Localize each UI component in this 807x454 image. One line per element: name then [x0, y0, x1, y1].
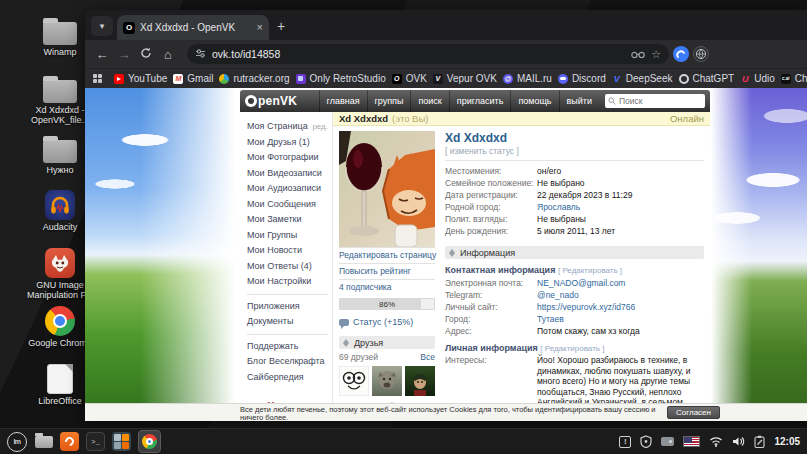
- sidebar-item-blog[interactable]: Блог Веселкрафта: [247, 354, 328, 370]
- taskbar-chrome-active[interactable]: [138, 430, 161, 453]
- sidebar-item-apps[interactable]: Приложения: [247, 299, 328, 315]
- bookmark-retrostudio[interactable]: Only RetroStudio: [296, 73, 386, 84]
- sidebar-item-answers[interactable]: Мои Ответы (4): [247, 259, 328, 275]
- site-settings-icon[interactable]: [195, 45, 206, 63]
- privacy-policy-link[interactable]: политикой конфиденциальности: [321, 421, 434, 422]
- extension-blue-icon[interactable]: [673, 46, 689, 62]
- active-tab[interactable]: O Xd Xdxdxd - OpenVK ×: [117, 15, 269, 40]
- taskbar-file-manager[interactable]: [34, 432, 53, 451]
- sidebar-item-photos[interactable]: Мои Фотографии: [247, 150, 328, 166]
- tab-strip: ▾ O Xd Xdxdxd - OpenVK × +: [85, 10, 807, 40]
- raise-rating-link[interactable]: Повысить рейтинг: [339, 263, 435, 279]
- bookmark-youtube[interactable]: YouTube: [114, 73, 167, 84]
- desktop: Winamp Xd Xdxdxd - OpenVK_file... Нужно …: [0, 0, 807, 454]
- reload-button[interactable]: [137, 47, 155, 62]
- profile-left-column: Редактировать страницу Повысить рейтинг …: [339, 131, 435, 421]
- detail-row: Дата регистрации:22 декабря 2023 в 11:29: [445, 189, 704, 201]
- nav-search[interactable]: поиск: [410, 90, 448, 112]
- bookmark-discord[interactable]: Discord: [558, 73, 606, 84]
- edit-personal-link[interactable]: [ Редактировать ]: [540, 344, 604, 353]
- sidebar-item-support[interactable]: Поддержать: [247, 339, 328, 355]
- nav-groups[interactable]: группы: [367, 90, 411, 112]
- cookie-agree-button[interactable]: Согласен: [667, 406, 720, 419]
- information-section-header[interactable]: Информация: [445, 246, 704, 259]
- edit-page-link[interactable]: Редактировать страницу: [339, 247, 435, 263]
- url-text[interactable]: ovk.to/id14858: [212, 48, 625, 60]
- forward-button[interactable]: →: [115, 47, 133, 62]
- openvk-search-box[interactable]: [605, 94, 705, 108]
- bookmark-mailru[interactable]: @MAIL.ru: [503, 73, 552, 84]
- apps-grid-icon[interactable]: [93, 74, 102, 83]
- email-link[interactable]: NE_NADO@gmail.com: [537, 277, 625, 289]
- bookmark-vepur-ovk[interactable]: VVepur OVK: [433, 73, 497, 84]
- taskbar-orange-app[interactable]: [60, 432, 79, 451]
- bookmark-characterai[interactable]: c.aiCharacter.ai: [781, 73, 807, 84]
- openvk-header: penVK главная группы поиск пригласить по…: [240, 90, 710, 112]
- telegram-link[interactable]: @ne_nado: [537, 289, 579, 301]
- search-input[interactable]: [619, 96, 699, 106]
- sidebar-item-audios[interactable]: Мои Аудиозаписи: [247, 181, 328, 197]
- sidebar-item-messages[interactable]: Мои Сообщения: [247, 197, 328, 213]
- taskbar-terminal[interactable]: >_: [86, 432, 105, 451]
- sidebar-item-groups[interactable]: Мои Группы: [247, 228, 328, 244]
- tab-search-button[interactable]: ▾: [91, 16, 113, 36]
- website-link[interactable]: https://vepurovk.xyz/id766: [537, 301, 635, 313]
- nav-logout[interactable]: выйти: [559, 90, 599, 112]
- sidebar-item-news[interactable]: Мои Новости: [247, 243, 328, 259]
- taskbar-calculator[interactable]: [112, 432, 131, 451]
- detail-row: Родной город:Ярославль: [445, 201, 704, 213]
- nav-help[interactable]: помощь: [510, 90, 558, 112]
- sidebar-item-settings[interactable]: Мои Настройки: [247, 274, 328, 290]
- wifi-icon[interactable]: [709, 436, 723, 447]
- detail-row: Полит. взгляды:Не выбраны: [445, 213, 704, 225]
- status-link[interactable]: Статус (+15%): [339, 317, 435, 327]
- change-status-link[interactable]: [ изменить статус ]: [445, 146, 704, 156]
- clipboard-pencil-icon[interactable]: [754, 435, 765, 448]
- bookmark-deepseek[interactable]: VDeepSeek: [612, 73, 673, 84]
- bookmark-label: MAIL.ru: [517, 73, 552, 84]
- address-bar[interactable]: ovk.to/id14858 ☆: [187, 44, 669, 64]
- profile-name[interactable]: Xd Xdxdxd: [445, 131, 704, 145]
- sidebar-item-videos[interactable]: Мои Видеозаписи: [247, 166, 328, 182]
- firewall-shield-icon[interactable]: [640, 435, 652, 448]
- speech-bubble-icon: [339, 319, 349, 326]
- openvk-logo[interactable]: penVK: [245, 94, 297, 108]
- bookmark-label: Discord: [572, 73, 606, 84]
- nav-invite[interactable]: пригласить: [449, 90, 511, 112]
- bookmark-star-icon[interactable]: ☆: [651, 48, 661, 61]
- keyboard-layout-us-flag[interactable]: [683, 436, 700, 447]
- volume-icon[interactable]: [732, 436, 745, 447]
- profile-banner: Xd Xdxdxd (это Вы) Онлайн: [333, 112, 710, 126]
- subscribers-link[interactable]: 4 подписчика: [339, 279, 435, 295]
- hometown-link[interactable]: Ярославль: [537, 201, 580, 213]
- bookmark-label: OVK: [406, 73, 427, 84]
- new-tab-button[interactable]: +: [277, 18, 285, 34]
- sidebar-item-cyberpedia[interactable]: Сайберпедия: [247, 370, 328, 386]
- sidebar-item-friends[interactable]: Мои Друзья (1): [247, 135, 328, 151]
- sidebar-item-my-page[interactable]: Моя Страницаред.: [247, 119, 328, 135]
- bookmark-udio[interactable]: UUdio: [740, 73, 775, 84]
- edit-contact-link[interactable]: [ Редактировать ]: [558, 266, 622, 275]
- edit-hint[interactable]: ред.: [312, 119, 328, 135]
- bookmark-label: YouTube: [128, 73, 167, 84]
- friends-section-header[interactable]: Друзья: [339, 336, 435, 349]
- reading-mode-glasses-icon[interactable]: [631, 45, 645, 63]
- home-button[interactable]: ⌂: [159, 47, 177, 62]
- update-manager-icon[interactable]: !: [619, 436, 631, 448]
- bookmark-ovk[interactable]: OOVK: [392, 73, 427, 84]
- city-link[interactable]: Тутаев: [537, 313, 564, 325]
- extension-globe-icon[interactable]: [693, 46, 709, 62]
- tab-close-icon[interactable]: ×: [257, 22, 263, 33]
- start-menu-button[interactable]: lm: [7, 432, 27, 452]
- sidebar-item-notes[interactable]: Мои Заметки: [247, 212, 328, 228]
- nav-home[interactable]: главная: [319, 90, 367, 112]
- back-button[interactable]: ←: [93, 47, 111, 62]
- bookmark-gmail[interactable]: MGmail: [173, 73, 213, 84]
- input-device-icon[interactable]: [661, 437, 674, 446]
- sidebar-item-documents[interactable]: Документы: [247, 314, 328, 330]
- friends-all-link[interactable]: Все: [420, 352, 435, 362]
- taskbar-clock[interactable]: 12:05: [774, 436, 800, 447]
- bookmark-rutracker[interactable]: rutracker.org: [219, 73, 289, 84]
- profile-avatar[interactable]: [339, 131, 435, 247]
- bookmark-chatgpt[interactable]: ChatGPT: [679, 73, 735, 84]
